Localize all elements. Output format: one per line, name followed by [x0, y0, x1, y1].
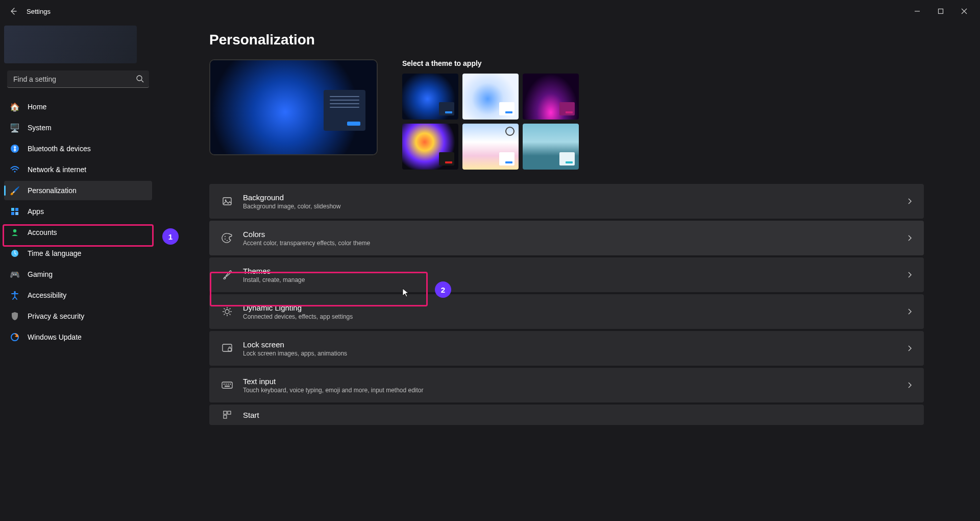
setting-subtitle: Accent color, transparency effects, colo… [243, 240, 906, 247]
preview-window-mock [324, 90, 365, 131]
svg-rect-9 [15, 212, 18, 215]
theme-thumb-5[interactable] [462, 124, 519, 170]
back-arrow-icon [9, 7, 17, 15]
theme-grid [402, 74, 586, 170]
nav-accessibility[interactable]: Accessibility [4, 286, 152, 305]
maximize-button[interactable] [929, 3, 952, 19]
accessibility-icon [9, 290, 20, 301]
svg-line-25 [230, 314, 231, 315]
lock-screen-icon [220, 343, 234, 353]
preview-row: Select a theme to apply [209, 59, 924, 170]
nav-windows-update[interactable]: Windows Update [4, 327, 152, 347]
nav-label: Windows Update [28, 333, 82, 341]
nav-bluetooth[interactable]: Bluetooth & devices [4, 139, 152, 158]
svg-point-10 [13, 229, 16, 232]
settings-list: BackgroundBackground image, color, slide… [209, 184, 924, 425]
keyboard-icon [220, 381, 234, 389]
nav-label: Time & language [28, 249, 81, 257]
titlebar: Settings [0, 0, 980, 22]
chevron-right-icon [906, 382, 913, 388]
svg-rect-8 [11, 212, 14, 215]
shield-icon [9, 311, 20, 322]
svg-rect-33 [228, 384, 229, 385]
theme-thumb-3[interactable] [523, 74, 579, 120]
theme-thumb-6[interactable] [523, 124, 579, 170]
chevron-right-icon [906, 198, 913, 204]
setting-title: Text input [243, 377, 906, 386]
nav-apps[interactable]: Apps [4, 202, 152, 221]
person-icon [9, 227, 20, 238]
chevron-right-icon [906, 309, 913, 315]
svg-point-5 [14, 171, 16, 173]
update-icon [9, 331, 20, 343]
setting-title: Colors [243, 230, 906, 239]
nav-accounts[interactable]: Accounts [4, 223, 152, 242]
svg-line-24 [224, 309, 225, 310]
setting-start[interactable]: Start [209, 405, 924, 425]
minimize-button[interactable] [905, 3, 929, 19]
themes-heading: Select a theme to apply [402, 59, 924, 67]
svg-point-18 [227, 240, 228, 241]
nav-personalization[interactable]: 🖌️Personalization [4, 181, 152, 200]
wifi-icon [9, 164, 20, 175]
svg-rect-1 [939, 9, 943, 14]
close-button[interactable] [952, 3, 976, 19]
theme-thumb-2[interactable] [462, 74, 519, 120]
system-icon: 🖥️ [9, 122, 20, 133]
nav-label: Accessibility [28, 291, 66, 299]
setting-themes[interactable]: ThemesInstall, create, manage [209, 257, 924, 292]
svg-rect-31 [224, 384, 225, 385]
nav-network[interactable]: Network & internet [4, 160, 152, 179]
setting-background[interactable]: BackgroundBackground image, color, slide… [209, 184, 924, 219]
lightbulb-icon [220, 306, 234, 317]
setting-subtitle: Background image, color, slideshow [243, 203, 906, 210]
setting-dynamic-lighting[interactable]: Dynamic LightingConnected devices, effec… [209, 294, 924, 329]
nav-home[interactable]: 🏠Home [4, 97, 152, 116]
page-title: Personalization [209, 32, 924, 48]
desktop-preview [209, 59, 378, 155]
image-icon [220, 196, 234, 206]
chevron-right-icon [906, 345, 913, 351]
nav-system[interactable]: 🖥️System [4, 118, 152, 137]
bluetooth-icon [9, 143, 20, 154]
svg-point-19 [225, 310, 229, 314]
setting-subtitle: Install, create, manage [243, 276, 906, 283]
nav-gaming[interactable]: 🎮Gaming [4, 265, 152, 284]
nav-label: Personalization [28, 186, 77, 195]
theme-thumb-1[interactable] [402, 74, 458, 120]
nav-label: Privacy & security [28, 312, 84, 320]
nav-label: Gaming [28, 270, 53, 278]
back-button[interactable] [4, 2, 22, 20]
themes-column: Select a theme to apply [402, 59, 924, 170]
svg-rect-38 [224, 415, 227, 418]
svg-point-17 [225, 239, 226, 240]
setting-colors[interactable]: ColorsAccent color, transparency effects… [209, 221, 924, 255]
annotation-badge-1: 1 [162, 228, 179, 245]
nav-label: Bluetooth & devices [28, 145, 91, 153]
setting-lock-screen[interactable]: Lock screenLock screen images, apps, ani… [209, 331, 924, 366]
setting-title: Start [243, 411, 913, 419]
chevron-right-icon [906, 272, 913, 278]
search-container [7, 70, 149, 88]
setting-title: Background [243, 193, 906, 202]
nav-privacy[interactable]: Privacy & security [4, 306, 152, 326]
svg-rect-30 [222, 382, 232, 388]
annotation-badge-2: 2 [435, 281, 451, 298]
apps-icon [9, 206, 20, 217]
theme-thumb-4[interactable] [402, 124, 458, 170]
profile-card[interactable] [4, 26, 137, 63]
nav-label: System [28, 124, 52, 132]
setting-subtitle: Connected devices, effects, app settings [243, 313, 906, 320]
svg-rect-14 [223, 198, 231, 205]
svg-rect-36 [224, 411, 227, 414]
search-input[interactable] [7, 70, 149, 88]
gamepad-icon: 🎮 [9, 269, 20, 280]
close-icon [961, 8, 967, 14]
svg-point-15 [225, 200, 227, 201]
nav-time-language[interactable]: Time & language [4, 244, 152, 263]
svg-point-12 [14, 291, 16, 293]
setting-title: Lock screen [243, 340, 906, 349]
svg-rect-34 [230, 384, 231, 385]
setting-text-input[interactable]: Text inputTouch keyboard, voice typing, … [209, 368, 924, 402]
chevron-right-icon [906, 235, 913, 241]
